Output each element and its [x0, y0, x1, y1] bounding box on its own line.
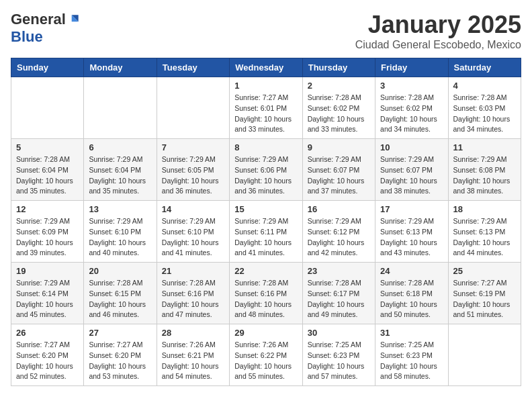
calendar-table: SundayMondayTuesdayWednesdayThursdayFrid…	[11, 58, 521, 386]
calendar-cell: 8Sunrise: 7:29 AM Sunset: 6:06 PM Daylig…	[230, 139, 302, 201]
calendar-cell	[11, 77, 84, 139]
day-number: 14	[162, 204, 224, 214]
calendar-cell: 2Sunrise: 7:28 AM Sunset: 6:02 PM Daylig…	[302, 77, 375, 139]
column-header-sunday: Sunday	[11, 58, 84, 77]
logo-icon	[67, 13, 81, 26]
title-area: January 2025 Ciudad General Escobedo, Me…	[355, 11, 521, 51]
day-info: Sunrise: 7:29 AM Sunset: 6:13 PM Dayligh…	[380, 216, 443, 259]
day-number: 21	[162, 266, 224, 276]
calendar-cell: 10Sunrise: 7:29 AM Sunset: 6:07 PM Dayli…	[375, 139, 448, 201]
day-number: 20	[89, 266, 151, 276]
calendar-cell: 31Sunrise: 7:25 AM Sunset: 6:23 PM Dayli…	[375, 324, 448, 386]
calendar-cell: 11Sunrise: 7:29 AM Sunset: 6:08 PM Dayli…	[448, 139, 521, 201]
day-number: 27	[89, 328, 151, 338]
column-header-tuesday: Tuesday	[157, 58, 229, 77]
column-header-wednesday: Wednesday	[230, 58, 302, 77]
day-number: 17	[380, 204, 443, 214]
calendar-cell: 24Sunrise: 7:28 AM Sunset: 6:18 PM Dayli…	[375, 263, 448, 324]
calendar-cell: 18Sunrise: 7:29 AM Sunset: 6:13 PM Dayli…	[448, 201, 521, 263]
day-number: 26	[16, 328, 79, 338]
day-number: 4	[453, 81, 516, 91]
day-info: Sunrise: 7:27 AM Sunset: 6:20 PM Dayligh…	[89, 340, 151, 382]
day-info: Sunrise: 7:28 AM Sunset: 6:02 PM Dayligh…	[308, 93, 370, 135]
calendar-cell: 26Sunrise: 7:27 AM Sunset: 6:20 PM Dayli…	[11, 324, 84, 386]
day-number: 30	[308, 328, 370, 338]
calendar-cell: 14Sunrise: 7:29 AM Sunset: 6:10 PM Dayli…	[157, 201, 229, 263]
column-header-saturday: Saturday	[448, 58, 521, 77]
day-number: 8	[234, 142, 297, 152]
day-info: Sunrise: 7:29 AM Sunset: 6:07 PM Dayligh…	[380, 154, 443, 197]
day-number: 11	[453, 142, 516, 152]
calendar-cell: 30Sunrise: 7:25 AM Sunset: 6:23 PM Dayli…	[302, 324, 375, 386]
day-info: Sunrise: 7:29 AM Sunset: 6:12 PM Dayligh…	[308, 216, 370, 259]
calendar-cell: 12Sunrise: 7:29 AM Sunset: 6:09 PM Dayli…	[11, 201, 84, 263]
logo-blue-text: Blue	[11, 28, 43, 46]
day-info: Sunrise: 7:27 AM Sunset: 6:01 PM Dayligh…	[234, 93, 297, 135]
day-number: 6	[89, 142, 151, 152]
day-info: Sunrise: 7:28 AM Sunset: 6:02 PM Dayligh…	[380, 93, 443, 135]
calendar-week-row: 5Sunrise: 7:28 AM Sunset: 6:04 PM Daylig…	[11, 139, 521, 201]
calendar-cell: 9Sunrise: 7:29 AM Sunset: 6:07 PM Daylig…	[302, 139, 375, 201]
day-info: Sunrise: 7:28 AM Sunset: 6:15 PM Dayligh…	[89, 278, 151, 320]
day-info: Sunrise: 7:26 AM Sunset: 6:21 PM Dayligh…	[162, 340, 224, 382]
day-number: 12	[16, 204, 79, 214]
calendar-cell: 25Sunrise: 7:27 AM Sunset: 6:19 PM Dayli…	[448, 263, 521, 324]
calendar-cell	[448, 324, 521, 386]
day-number: 25	[453, 266, 516, 276]
calendar-cell: 13Sunrise: 7:29 AM Sunset: 6:10 PM Dayli…	[84, 201, 157, 263]
day-info: Sunrise: 7:29 AM Sunset: 6:05 PM Dayligh…	[162, 154, 224, 197]
month-title: January 2025	[355, 11, 521, 39]
calendar-week-row: 19Sunrise: 7:29 AM Sunset: 6:14 PM Dayli…	[11, 263, 521, 324]
calendar-cell: 23Sunrise: 7:28 AM Sunset: 6:17 PM Dayli…	[302, 263, 375, 324]
day-info: Sunrise: 7:29 AM Sunset: 6:07 PM Dayligh…	[308, 154, 370, 197]
logo-general-text: General	[11, 11, 66, 28]
calendar-week-row: 26Sunrise: 7:27 AM Sunset: 6:20 PM Dayli…	[11, 324, 521, 386]
day-info: Sunrise: 7:29 AM Sunset: 6:10 PM Dayligh…	[162, 216, 224, 259]
day-number: 13	[89, 204, 151, 214]
day-number: 16	[308, 204, 370, 214]
day-info: Sunrise: 7:29 AM Sunset: 6:11 PM Dayligh…	[234, 216, 297, 259]
day-info: Sunrise: 7:29 AM Sunset: 6:09 PM Dayligh…	[16, 216, 79, 259]
calendar-cell: 4Sunrise: 7:28 AM Sunset: 6:03 PM Daylig…	[448, 77, 521, 139]
column-header-friday: Friday	[375, 58, 448, 77]
day-info: Sunrise: 7:28 AM Sunset: 6:17 PM Dayligh…	[308, 278, 370, 320]
day-info: Sunrise: 7:28 AM Sunset: 6:16 PM Dayligh…	[162, 278, 224, 320]
calendar-cell: 22Sunrise: 7:28 AM Sunset: 6:16 PM Dayli…	[230, 263, 302, 324]
calendar-cell: 15Sunrise: 7:29 AM Sunset: 6:11 PM Dayli…	[230, 201, 302, 263]
day-info: Sunrise: 7:28 AM Sunset: 6:03 PM Dayligh…	[453, 93, 516, 135]
day-info: Sunrise: 7:29 AM Sunset: 6:04 PM Dayligh…	[89, 154, 151, 197]
day-info: Sunrise: 7:29 AM Sunset: 6:10 PM Dayligh…	[89, 216, 151, 259]
day-number: 18	[453, 204, 516, 214]
day-info: Sunrise: 7:25 AM Sunset: 6:23 PM Dayligh…	[308, 340, 370, 382]
logo: General Blue	[11, 11, 81, 46]
day-number: 5	[16, 142, 79, 152]
calendar-header-row: SundayMondayTuesdayWednesdayThursdayFrid…	[11, 58, 521, 77]
day-number: 29	[234, 328, 297, 338]
day-number: 10	[380, 142, 443, 152]
calendar-cell: 7Sunrise: 7:29 AM Sunset: 6:05 PM Daylig…	[157, 139, 229, 201]
day-number: 1	[234, 81, 297, 91]
day-number: 9	[308, 142, 370, 152]
day-number: 28	[162, 328, 224, 338]
calendar-cell: 29Sunrise: 7:26 AM Sunset: 6:22 PM Dayli…	[230, 324, 302, 386]
day-number: 2	[308, 81, 370, 91]
day-number: 31	[380, 328, 443, 338]
day-number: 7	[162, 142, 224, 152]
day-info: Sunrise: 7:26 AM Sunset: 6:22 PM Dayligh…	[234, 340, 297, 382]
calendar-cell: 27Sunrise: 7:27 AM Sunset: 6:20 PM Dayli…	[84, 324, 157, 386]
calendar-cell: 16Sunrise: 7:29 AM Sunset: 6:12 PM Dayli…	[302, 201, 375, 263]
day-info: Sunrise: 7:27 AM Sunset: 6:19 PM Dayligh…	[453, 278, 516, 320]
day-number: 3	[380, 81, 443, 91]
calendar-cell	[157, 77, 229, 139]
day-info: Sunrise: 7:27 AM Sunset: 6:20 PM Dayligh…	[16, 340, 79, 382]
day-info: Sunrise: 7:29 AM Sunset: 6:14 PM Dayligh…	[16, 278, 79, 320]
day-info: Sunrise: 7:25 AM Sunset: 6:23 PM Dayligh…	[380, 340, 443, 382]
calendar-cell: 20Sunrise: 7:28 AM Sunset: 6:15 PM Dayli…	[84, 263, 157, 324]
day-info: Sunrise: 7:28 AM Sunset: 6:16 PM Dayligh…	[234, 278, 297, 320]
day-info: Sunrise: 7:29 AM Sunset: 6:08 PM Dayligh…	[453, 154, 516, 197]
calendar-cell	[84, 77, 157, 139]
day-number: 22	[234, 266, 297, 276]
day-info: Sunrise: 7:29 AM Sunset: 6:13 PM Dayligh…	[453, 216, 516, 259]
day-number: 24	[380, 266, 443, 276]
calendar-cell: 17Sunrise: 7:29 AM Sunset: 6:13 PM Dayli…	[375, 201, 448, 263]
